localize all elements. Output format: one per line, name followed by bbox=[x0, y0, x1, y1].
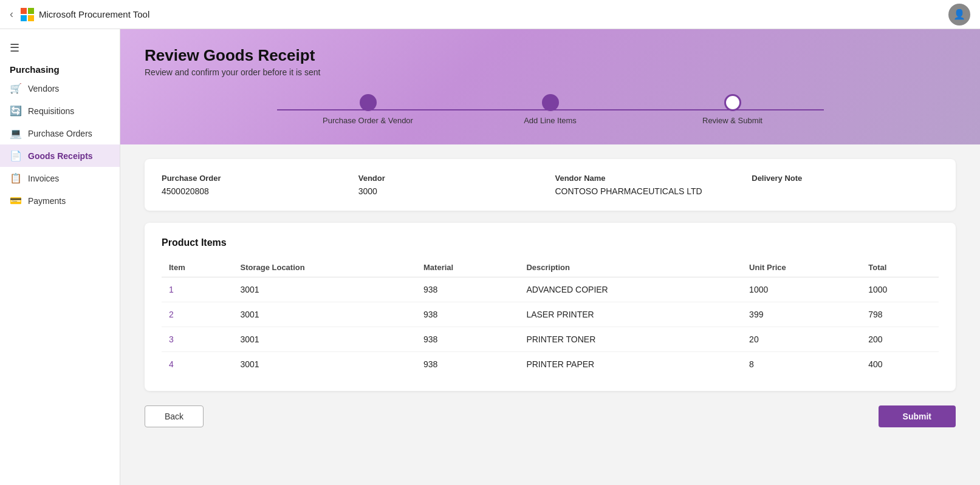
sidebar-item-goods-receipts[interactable]: 📄 Goods Receipts bbox=[0, 144, 120, 167]
sidebar-item-label: Requisitions bbox=[28, 106, 74, 116]
stepper-circle-2 bbox=[542, 94, 559, 111]
order-info-grid: Purchase Order 4500020808 Vendor 3000 Ve… bbox=[162, 174, 939, 196]
back-button[interactable]: Back bbox=[145, 405, 204, 427]
table-row: 1 3001 938 ADVANCED COPIER 1000 1000 bbox=[162, 277, 939, 302]
cell-storage-location: 3001 bbox=[233, 352, 417, 377]
vendor-name-value: CONTOSO PHARMACEUTICALS LTD bbox=[555, 186, 742, 196]
vendor-name-label: Vendor Name bbox=[555, 174, 742, 183]
sidebar-item-label: Goods Receipts bbox=[28, 151, 93, 161]
cell-item: 3 bbox=[162, 327, 233, 352]
cell-unit-price: 20 bbox=[742, 327, 861, 352]
table-row: 3 3001 938 PRINTER TONER 20 200 bbox=[162, 327, 939, 352]
cell-unit-price: 8 bbox=[742, 352, 861, 377]
col-item: Item bbox=[162, 258, 233, 277]
page-subtitle: Review and confirm your order before it … bbox=[145, 67, 956, 77]
col-description: Description bbox=[519, 258, 742, 277]
delivery-note-field: Delivery Note bbox=[752, 174, 939, 196]
sidebar: ☰ Purchasing 🛒 Vendors 🔄 Requisitions 💻 … bbox=[0, 29, 120, 485]
cell-total: 798 bbox=[861, 302, 939, 327]
vendor-value: 3000 bbox=[358, 186, 546, 196]
delivery-note-label: Delivery Note bbox=[752, 174, 939, 183]
layout: ☰ Purchasing 🛒 Vendors 🔄 Requisitions 💻 … bbox=[0, 29, 980, 485]
vendor-name-field: Vendor Name CONTOSO PHARMACEUTICALS LTD bbox=[555, 174, 742, 196]
cell-item: 4 bbox=[162, 352, 233, 377]
submit-button[interactable]: Submit bbox=[879, 405, 956, 427]
stepper-label-2: Add Line Items bbox=[524, 116, 577, 125]
stepper-step-3: Review & Submit bbox=[642, 94, 824, 125]
stepper: Purchase Order & Vendor Add Line Items R… bbox=[277, 94, 824, 125]
cell-unit-price: 399 bbox=[742, 302, 861, 327]
stepper-circle-1 bbox=[360, 94, 377, 111]
sidebar-item-invoices[interactable]: 📋 Invoices bbox=[0, 167, 120, 189]
col-total: Total bbox=[861, 258, 939, 277]
table-row: 2 3001 938 LASER PRINTER 399 798 bbox=[162, 302, 939, 327]
sidebar-item-label: Payments bbox=[28, 196, 66, 206]
sidebar-item-requisitions[interactable]: 🔄 Requisitions bbox=[0, 100, 120, 122]
payments-icon: 💳 bbox=[10, 195, 22, 206]
sidebar-item-purchase-orders[interactable]: 💻 Purchase Orders bbox=[0, 122, 120, 144]
cell-description: ADVANCED COPIER bbox=[519, 277, 742, 302]
vendors-icon: 🛒 bbox=[10, 83, 22, 94]
purchase-order-field: Purchase Order 4500020808 bbox=[162, 174, 349, 196]
page-title: Review Goods Receipt bbox=[145, 46, 956, 65]
purchase-order-value: 4500020808 bbox=[162, 186, 349, 196]
goods-receipts-icon: 📄 bbox=[10, 150, 22, 161]
sidebar-item-label: Vendors bbox=[28, 84, 59, 93]
cell-total: 1000 bbox=[861, 277, 939, 302]
cell-item: 1 bbox=[162, 277, 233, 302]
purchase-orders-icon: 💻 bbox=[10, 127, 22, 139]
table-row: 4 3001 938 PRINTER PAPER 8 400 bbox=[162, 352, 939, 377]
stepper-label-3: Review & Submit bbox=[702, 116, 762, 125]
stepper-circle-3 bbox=[724, 94, 741, 111]
cell-storage-location: 3001 bbox=[233, 327, 417, 352]
avatar[interactable]: 👤 bbox=[948, 4, 970, 25]
stepper-step-2: Add Line Items bbox=[459, 94, 642, 125]
cell-material: 938 bbox=[416, 302, 519, 327]
product-table-head: Item Storage Location Material Descripti… bbox=[162, 258, 939, 277]
sidebar-item-vendors[interactable]: 🛒 Vendors bbox=[0, 77, 120, 100]
cell-total: 400 bbox=[861, 352, 939, 377]
col-material: Material bbox=[416, 258, 519, 277]
microsoft-logo bbox=[21, 8, 34, 21]
action-row: Back Submit bbox=[145, 405, 956, 427]
cell-description: LASER PRINTER bbox=[519, 302, 742, 327]
product-table-body: 1 3001 938 ADVANCED COPIER 1000 1000 2 3… bbox=[162, 277, 939, 377]
product-table-header-row: Item Storage Location Material Descripti… bbox=[162, 258, 939, 277]
content-area: Purchase Order 4500020808 Vendor 3000 Ve… bbox=[120, 144, 980, 442]
cell-material: 938 bbox=[416, 277, 519, 302]
order-info-card: Purchase Order 4500020808 Vendor 3000 Ve… bbox=[145, 159, 956, 211]
cell-material: 938 bbox=[416, 327, 519, 352]
app-title: Microsoft Procurement Tool bbox=[39, 9, 149, 19]
cell-storage-location: 3001 bbox=[233, 277, 417, 302]
sidebar-item-payments[interactable]: 💳 Payments bbox=[0, 189, 120, 212]
header-banner: Review Goods Receipt Review and confirm … bbox=[120, 29, 980, 144]
stepper-step-1: Purchase Order & Vendor bbox=[277, 94, 459, 125]
cell-unit-price: 1000 bbox=[742, 277, 861, 302]
invoices-icon: 📋 bbox=[10, 172, 22, 184]
vendor-label: Vendor bbox=[358, 174, 546, 183]
cell-description: PRINTER PAPER bbox=[519, 352, 742, 377]
hamburger-menu-icon[interactable]: ☰ bbox=[0, 36, 120, 59]
product-table: Item Storage Location Material Descripti… bbox=[162, 258, 939, 376]
back-nav-icon[interactable]: ‹ bbox=[10, 8, 13, 21]
topbar: ‹ Microsoft Procurement Tool 👤 bbox=[0, 0, 980, 29]
sidebar-item-label: Invoices bbox=[28, 174, 59, 183]
sidebar-section-title: Purchasing bbox=[0, 59, 120, 77]
stepper-label-1: Purchase Order & Vendor bbox=[323, 116, 413, 125]
col-storage-location: Storage Location bbox=[233, 258, 417, 277]
sidebar-item-label: Purchase Orders bbox=[28, 129, 92, 138]
product-items-title: Product Items bbox=[162, 237, 939, 248]
cell-item: 2 bbox=[162, 302, 233, 327]
cell-material: 938 bbox=[416, 352, 519, 377]
requisitions-icon: 🔄 bbox=[10, 105, 22, 117]
main-content: Review Goods Receipt Review and confirm … bbox=[120, 29, 980, 485]
cell-storage-location: 3001 bbox=[233, 302, 417, 327]
purchase-order-label: Purchase Order bbox=[162, 174, 349, 183]
cell-description: PRINTER TONER bbox=[519, 327, 742, 352]
cell-total: 200 bbox=[861, 327, 939, 352]
product-items-card: Product Items Item Storage Location Mate… bbox=[145, 223, 956, 391]
col-unit-price: Unit Price bbox=[742, 258, 861, 277]
vendor-field: Vendor 3000 bbox=[358, 174, 546, 196]
